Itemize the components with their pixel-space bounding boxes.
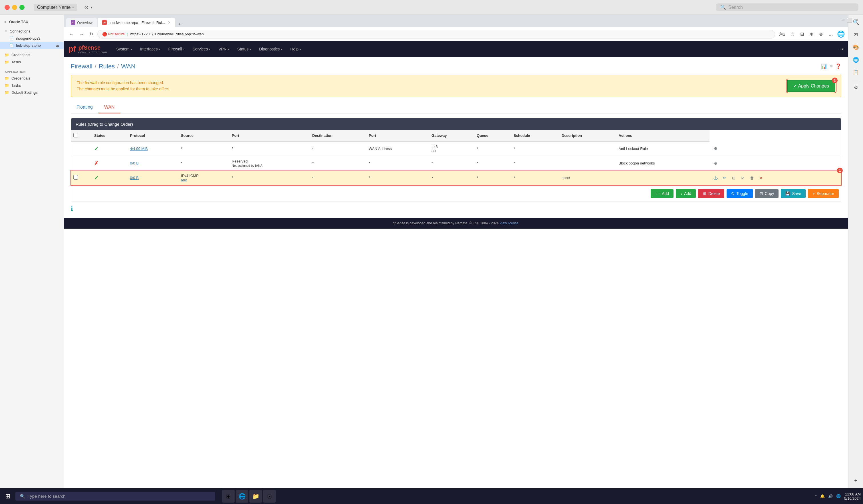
list-icon[interactable]: ≡ — [829, 63, 833, 69]
nav-vpn[interactable]: VPN ▾ — [215, 44, 233, 54]
nav-help[interactable]: Help ▾ — [287, 44, 304, 54]
logout-button[interactable]: ⇥ — [839, 46, 843, 52]
back-button[interactable]: ← — [67, 30, 75, 38]
refresh-button[interactable]: ↻ — [88, 30, 95, 38]
sidebar-item-credentials[interactable]: 📁 Credentials — [0, 75, 64, 82]
address-bar[interactable]: 🔴 Not secure | https://172.16.0.20/firew… — [97, 30, 775, 38]
close-button[interactable] — [4, 5, 10, 10]
add-above-button[interactable]: ↑ ↑ Add — [651, 189, 674, 198]
row2-gear-icon[interactable]: ⚙ — [712, 160, 719, 167]
anchor-icon[interactable]: ⚓ — [712, 174, 719, 182]
eject-icon[interactable]: ⏏ — [56, 43, 59, 48]
tab-wan[interactable]: WAN — [99, 102, 121, 114]
nav-firewall[interactable]: Firewall ▾ — [165, 44, 188, 54]
taskbar-app-edge[interactable]: 🌐 — [236, 490, 248, 503]
copy-button[interactable]: ⊡ Copy — [755, 189, 779, 198]
row3-checkbox-input[interactable] — [73, 175, 78, 180]
right-sidebar-settings-icon[interactable]: ⚙ — [851, 82, 861, 93]
add-tab-button[interactable]: + — [176, 21, 184, 27]
separator-button[interactable]: + Separator — [808, 189, 839, 198]
systray-notification-icon[interactable]: 🔔 — [820, 494, 825, 498]
add-below-button[interactable]: ↓ Add — [676, 189, 696, 198]
not-secure-circle: 🔴 — [102, 32, 107, 37]
nav-status[interactable]: Status ▾ — [234, 44, 254, 54]
right-sidebar-web-icon[interactable]: 🌐 — [851, 55, 861, 65]
sidebar-item-credentials-top[interactable]: 📁 Credentials — [0, 51, 64, 59]
action-icon[interactable]: ⊙ — [84, 4, 88, 11]
sidebar-item-default-settings[interactable]: 📁 Default Settings — [0, 89, 64, 96]
sidebar-item-ihoogend[interactable]: 📄 ihoogend-vps3 — [0, 35, 64, 42]
settings-button[interactable]: … — [827, 30, 835, 38]
sidebar-item-hub-step-stone[interactable]: 📄 hub-step-stone ⏏ — [0, 42, 64, 49]
taskbar-app-terminal[interactable]: ⊡ — [263, 490, 276, 503]
info-icon[interactable]: ℹ — [71, 205, 841, 212]
row3-states-link[interactable]: 0/0 B — [130, 176, 139, 180]
bookmark-button[interactable]: ☆ — [789, 30, 796, 38]
table-row-highlighted: ✓ 0/0 B IPv4 ICMPany * * * * * * none — [71, 170, 841, 185]
close-window-button[interactable]: ✕ — [855, 17, 859, 23]
nav-interfaces[interactable]: Interfaces ▾ — [137, 44, 164, 54]
toggle-button[interactable]: ⊙ Toggle — [727, 189, 753, 198]
browser-tab-overview[interactable]: O Overview — [66, 18, 97, 27]
add-above-icon: ↑ — [655, 191, 657, 196]
start-button[interactable]: ⊞ — [2, 491, 13, 501]
table-header-row: States Protocol Source Port Destination … — [71, 130, 841, 141]
breadcrumb-firewall[interactable]: Firewall — [71, 63, 92, 70]
forward-button[interactable]: → — [78, 30, 86, 38]
disable-icon[interactable]: ⊘ — [739, 174, 747, 182]
systray-volume-icon[interactable]: 🔊 — [828, 494, 833, 498]
maximize-button[interactable] — [20, 5, 25, 10]
row2-protocol: * — [179, 156, 229, 170]
taskbar-app-taskview[interactable]: ⊞ — [222, 490, 235, 503]
taskbar-app-explorer[interactable]: 📁 — [249, 490, 262, 503]
action-dropdown-icon[interactable]: ▾ — [91, 5, 92, 9]
apply-changes-button[interactable]: ✓ Apply Changes — [787, 80, 835, 92]
help-icon[interactable]: ❓ — [835, 63, 841, 69]
row2-states: 0/0 B — [128, 156, 179, 170]
reader-mode-button[interactable]: Aa — [777, 30, 787, 38]
systray-network-icon[interactable]: 🌐 — [836, 494, 841, 498]
sidebar-item-tasks-top[interactable]: 📁 Tasks — [0, 59, 64, 66]
delete-button[interactable]: 🗑 Delete — [698, 189, 724, 198]
win-clock[interactable]: 11:08 AM 5/16/2024 — [844, 492, 861, 501]
sidebar-item-connections[interactable]: ▼ Connections — [0, 28, 64, 35]
copy-icon[interactable]: ⊡ — [730, 174, 737, 182]
tab-floating[interactable]: Floating — [71, 102, 99, 114]
sidebar-item-oracle-tsx[interactable]: ▶ Oracle TSX — [0, 18, 64, 25]
breadcrumb-actions: 📊 ≡ ❓ — [821, 63, 841, 69]
save-button[interactable]: 💾 Save — [781, 189, 805, 198]
right-sidebar-clipboard-icon[interactable]: 📋 — [851, 67, 861, 78]
sidebar-item-tasks[interactable]: 📁 Tasks — [0, 82, 64, 89]
chart-icon[interactable]: 📊 — [821, 63, 827, 69]
right-sidebar-mail-icon[interactable]: ✉ — [851, 30, 861, 40]
profile-button[interactable]: ⊗ — [817, 30, 825, 38]
destination-header: Destination — [310, 130, 366, 141]
restore-window-button[interactable]: ⬜ — [847, 17, 852, 23]
pencil-icon[interactable]: ✏ — [721, 174, 728, 182]
favorites-button[interactable]: ⊕ — [808, 30, 815, 38]
computer-name[interactable]: Computer Name ▾ — [34, 4, 77, 11]
browser-tab-firewall[interactable]: pf hub-fw.home.arpa - Firewall: Rul... ✕ — [98, 18, 175, 27]
nav-diagnostics[interactable]: Diagnostics ▾ — [256, 44, 286, 54]
minimize-button[interactable] — [12, 5, 17, 10]
right-sidebar-paint-icon[interactable]: 🎨 — [851, 42, 861, 52]
states-header: States — [92, 130, 128, 141]
footer-license-link[interactable]: View license. — [499, 221, 520, 225]
nav-services[interactable]: Services ▾ — [189, 44, 214, 54]
select-all-checkbox[interactable] — [73, 133, 78, 138]
tab-button[interactable]: ⊟ — [799, 30, 805, 38]
trash-icon[interactable]: 🗑 — [748, 174, 756, 182]
right-sidebar-add-icon[interactable]: + — [851, 476, 861, 486]
row2-states-link[interactable]: 0/0 B — [130, 161, 139, 165]
row-close-icon[interactable]: ✕ — [758, 174, 765, 182]
minimize-window-button[interactable]: ─ — [841, 17, 845, 23]
row1-states-link[interactable]: 4/4.99 MiB — [130, 146, 148, 151]
any-link[interactable]: any — [181, 178, 187, 182]
mac-search-bar[interactable]: 🔍 Search — [716, 3, 859, 11]
breadcrumb-rules[interactable]: Rules — [99, 63, 115, 70]
nav-system[interactable]: System ▾ — [113, 44, 136, 54]
taskbar-search[interactable]: 🔍 Type here to search — [15, 492, 215, 501]
row1-gear-icon[interactable]: ⚙ — [712, 145, 719, 152]
firewall-tab-close[interactable]: ✕ — [168, 21, 171, 25]
systray-caret-icon[interactable]: ^ — [815, 494, 817, 498]
